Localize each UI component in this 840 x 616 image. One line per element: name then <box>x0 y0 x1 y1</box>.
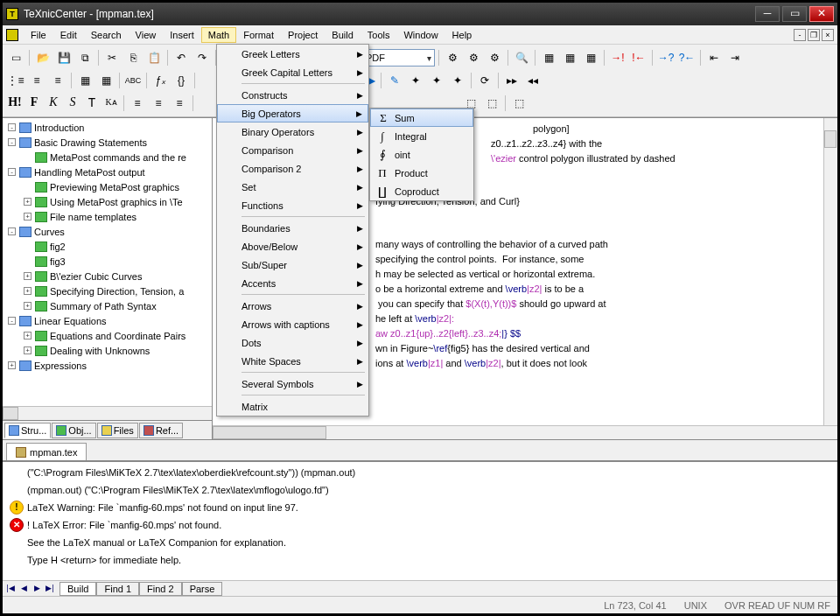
tree-node[interactable]: +Expressions <box>4 358 210 373</box>
out-first-button[interactable]: |◀ <box>4 583 17 595</box>
math-menu-item[interactable]: Sub/Super▶ <box>217 256 368 274</box>
align-center-icon[interactable]: ≡ <box>149 94 168 113</box>
undo-icon[interactable]: ↶ <box>172 48 191 67</box>
tree-node[interactable]: fig2 <box>4 239 210 254</box>
outtab-find2[interactable]: Find 2 <box>139 582 182 596</box>
paste-icon[interactable]: 📋 <box>144 48 164 67</box>
err-next-icon[interactable]: →! <box>608 48 627 67</box>
close-button[interactable]: ✕ <box>809 6 834 22</box>
help-prev-icon[interactable]: ?← <box>677 48 696 67</box>
nav2-icon[interactable]: ⇥ <box>725 48 745 67</box>
buildall-icon[interactable]: ⚙ <box>485 48 504 67</box>
pen-icon[interactable]: ✎ <box>385 71 404 90</box>
table-icon[interactable]: ▦ <box>75 71 94 90</box>
tool2-icon[interactable]: ▦ <box>560 48 579 67</box>
align-left-icon[interactable]: ≡ <box>128 94 147 113</box>
menu-window[interactable]: Window <box>396 27 444 43</box>
menu-math[interactable]: Math <box>201 27 236 43</box>
tree-node[interactable]: +Using MetaPost graphics in \Te <box>4 194 210 209</box>
tree-hscroll[interactable] <box>3 406 212 420</box>
math-menu-item[interactable]: Constructs▶ <box>217 86 368 104</box>
math-menu-item[interactable]: Accents▶ <box>217 274 368 292</box>
err-prev-icon[interactable]: !← <box>629 48 648 67</box>
outtab-build[interactable]: Build <box>60 582 96 596</box>
refresh-icon[interactable]: ⟳ <box>475 71 494 90</box>
outtab-parse[interactable]: Parse <box>182 582 223 596</box>
tree-node[interactable]: fig3 <box>4 254 210 269</box>
fx-icon[interactable]: ƒₓ <box>150 71 170 90</box>
submenu-item[interactable]: ∐Coproduct <box>370 182 473 200</box>
out-prev-button[interactable]: ◀ <box>18 583 30 595</box>
submenu-item[interactable]: ΣSum <box>370 108 473 127</box>
menu-format[interactable]: Format <box>236 27 281 43</box>
saveall-icon[interactable]: ⧉ <box>75 48 94 67</box>
tree-node[interactable]: -Curves <box>4 224 210 239</box>
bold-button[interactable]: H! <box>6 94 24 112</box>
tree-node[interactable]: MetaPost commands and the re <box>4 150 210 164</box>
tree-node[interactable]: -Handling MetaPost output <box>4 164 210 179</box>
menu-search[interactable]: Search <box>84 27 129 43</box>
tree-node[interactable]: +B\'ezier Cubic Curves <box>4 269 210 284</box>
tree-node[interactable]: +Specifying Direction, Tension, a <box>4 284 210 298</box>
sc-button[interactable]: Kᴀ <box>102 94 120 112</box>
buildview-icon[interactable]: ⚙ <box>464 48 483 67</box>
slant-button[interactable]: S <box>64 94 81 112</box>
build-icon[interactable]: ⚙ <box>443 48 462 67</box>
sym3-icon[interactable]: ⬚ <box>509 94 528 113</box>
editor-hscroll[interactable] <box>213 425 837 439</box>
math-menu-item[interactable]: Arrows with captions▶ <box>217 315 368 333</box>
new-project-icon[interactable]: ▭ <box>6 48 25 67</box>
math-menu-item[interactable]: Above/Below▶ <box>217 237 368 256</box>
out-last-button[interactable]: ▶| <box>44 583 56 595</box>
editor-vscroll[interactable] <box>823 118 837 425</box>
ff-icon[interactable]: ▸▸ <box>502 71 522 90</box>
doc-tab-mpman[interactable]: mpman.tex <box>6 443 87 460</box>
wand1-icon[interactable]: ✦ <box>406 71 425 90</box>
math-menu-item[interactable]: Comparison 2▶ <box>217 159 368 178</box>
tree-node[interactable]: +Summary of Path Syntax <box>4 298 210 313</box>
nav-icon[interactable]: ⇤ <box>704 48 724 67</box>
copy-icon[interactable]: ⎘ <box>123 48 143 67</box>
submenu-item[interactable]: ∫Integral <box>370 127 473 145</box>
tab-objects[interactable]: Obj... <box>52 423 95 438</box>
tree-node[interactable]: +File name templates <box>4 209 210 224</box>
list-desc-icon[interactable]: ≡ <box>48 71 67 90</box>
math-menu-item[interactable]: Set▶ <box>217 178 368 196</box>
target-combo[interactable]: PDF <box>361 49 435 66</box>
menu-build[interactable]: Build <box>325 27 360 43</box>
structure-tree[interactable]: -Introduction-Basic Drawing StatementsMe… <box>3 118 212 406</box>
math-menu-item[interactable]: Dots▶ <box>217 333 368 352</box>
list-ol-icon[interactable]: ≡ <box>27 71 46 90</box>
save-icon[interactable]: 💾 <box>54 48 74 67</box>
tree-node[interactable]: Previewing MetaPost graphics <box>4 179 210 194</box>
italic-button[interactable]: K <box>45 94 62 112</box>
tab-structure[interactable]: Stru... <box>4 423 51 438</box>
tree-node[interactable]: +Dealing with Unknowns <box>4 343 210 358</box>
tab-files[interactable]: Files <box>97 423 138 438</box>
tree-node[interactable]: +Equations and Coordinate Pairs <box>4 328 210 343</box>
math-menu-item[interactable]: Binary Operators▶ <box>217 122 368 141</box>
tt-button[interactable]: T <box>83 94 101 112</box>
mdi-close-button[interactable]: × <box>822 29 834 41</box>
menu-edit[interactable]: Edit <box>53 27 84 43</box>
bold2-button[interactable]: F <box>25 94 43 112</box>
math-menu-item[interactable]: White Spaces▶ <box>217 352 368 370</box>
menu-help[interactable]: Help <box>445 27 480 43</box>
tool3-icon[interactable]: ▦ <box>581 48 600 67</box>
build-output[interactable]: ("C:\Program Files\MiKTeX 2.7\tex\latex\… <box>3 462 837 580</box>
tool1-icon[interactable]: ▦ <box>539 48 558 67</box>
sym2-icon[interactable]: ⬚ <box>482 94 501 113</box>
menu-file[interactable]: File <box>24 27 53 43</box>
wand2-icon[interactable]: ✦ <box>427 71 446 90</box>
math-menu-item[interactable]: Big Operators▶ <box>217 104 368 122</box>
outtab-find1[interactable]: Find 1 <box>96 582 139 596</box>
rw-icon[interactable]: ◂◂ <box>523 71 542 90</box>
abc-icon[interactable]: ABC <box>123 71 143 90</box>
redo-icon[interactable]: ↷ <box>192 48 212 67</box>
menu-project[interactable]: Project <box>281 27 325 43</box>
math-menu-item[interactable]: Greek Letters▶ <box>217 45 368 63</box>
help-next-icon[interactable]: →? <box>656 48 676 67</box>
view-output-icon[interactable]: 🔍 <box>512 48 531 67</box>
mdi-restore-button[interactable]: ❐ <box>808 29 820 41</box>
submenu-item[interactable]: ∮oint <box>370 145 473 164</box>
